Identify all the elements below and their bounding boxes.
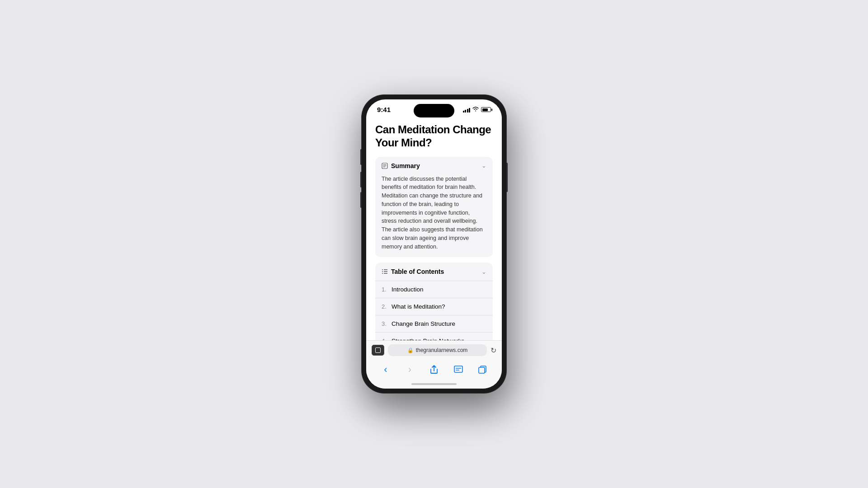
toc-chevron: ⌄	[481, 268, 486, 275]
back-button[interactable]: ‹	[377, 362, 394, 377]
toc-item[interactable]: 3. Change Brain Structure	[375, 315, 493, 332]
summary-header-left: Summary	[382, 162, 420, 169]
toc-item-number: 1.	[382, 286, 392, 293]
toc-item-number: 3.	[382, 320, 392, 327]
dynamic-island	[414, 104, 454, 117]
content-area[interactable]: Can Meditation Change Your Mind? Summary…	[366, 116, 502, 340]
toc-header-left: Table of Contents	[382, 268, 444, 275]
tabs-overview-button[interactable]	[474, 362, 491, 377]
summary-card-header[interactable]: Summary ⌄	[375, 157, 493, 175]
summary-label: Summary	[391, 162, 420, 169]
toc-card: Table of Contents ⌄ 1. Introduction 2. W…	[375, 263, 493, 340]
reload-button[interactable]: ↻	[491, 346, 496, 355]
toc-item-text: Change Brain Structure	[392, 320, 455, 327]
phone-screen: 9:41	[366, 99, 502, 389]
toc-item[interactable]: 1. Introduction	[375, 281, 493, 298]
home-indicator	[366, 381, 502, 389]
svg-rect-10	[454, 366, 462, 372]
status-bar: 9:41	[366, 99, 502, 116]
lock-icon: 🔒	[407, 347, 414, 353]
toc-card-header[interactable]: Table of Contents ⌄	[375, 263, 493, 281]
summary-text: The article discusses the potential bene…	[375, 175, 493, 258]
svg-rect-13	[479, 367, 485, 373]
share-button[interactable]	[426, 362, 442, 377]
article-title: Can Meditation Change Your Mind?	[375, 123, 493, 150]
status-time: 9:41	[377, 106, 391, 113]
status-icons	[463, 107, 491, 113]
toc-item-number: 2.	[382, 303, 392, 310]
toc-item[interactable]: 4. Strengthen Brain Networks	[375, 332, 493, 340]
toc-item-text: Introduction	[392, 286, 424, 293]
signal-icon	[463, 107, 471, 113]
toc-icon	[382, 268, 388, 275]
tab-button[interactable]	[372, 345, 384, 356]
toc-item-text: What is Meditation?	[392, 303, 445, 310]
toc-label: Table of Contents	[391, 268, 444, 275]
battery-icon	[481, 107, 491, 112]
wifi-icon	[472, 107, 479, 113]
summary-icon	[382, 163, 388, 169]
summary-chevron: ⌄	[481, 162, 486, 169]
nav-bar: ‹ ›	[366, 360, 502, 381]
bottom-bar: 🔒 thegranularnews.com ↻ ‹ ›	[366, 340, 502, 389]
toc-list: 1. Introduction 2. What is Meditation? 3…	[375, 281, 493, 340]
url-bar: 🔒 thegranularnews.com ↻	[366, 341, 502, 360]
forward-button[interactable]: ›	[401, 362, 418, 377]
toc-item[interactable]: 2. What is Meditation?	[375, 298, 493, 315]
bookmarks-button[interactable]	[450, 362, 467, 377]
phone: 9:41	[362, 95, 506, 393]
url-text: thegranularnews.com	[416, 347, 468, 353]
url-capsule[interactable]: 🔒 thegranularnews.com	[388, 344, 487, 356]
summary-card: Summary ⌄ The article discusses the pote…	[375, 157, 493, 258]
